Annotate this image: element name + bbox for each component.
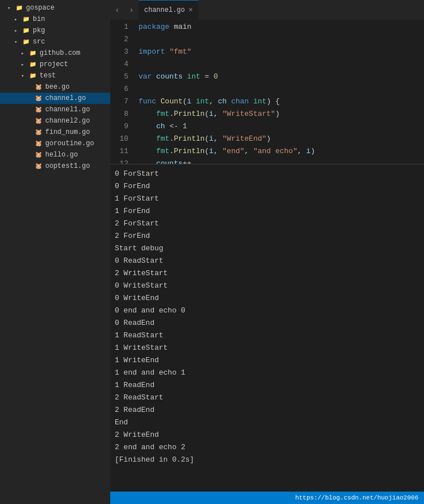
tab-close-button[interactable]: × <box>188 6 193 15</box>
sidebar: ▾📁gospace▸📁bin▸📁pkg▾📁src▸📁github.com▸📁pr… <box>0 0 110 504</box>
code-line <box>139 83 424 95</box>
code-line: var counts int = 0 <box>139 71 424 83</box>
line-number: 1 <box>110 21 128 33</box>
line-number: 10 <box>110 133 128 145</box>
file-icon: 🐹 <box>34 162 43 171</box>
chevron-icon: ▾ <box>18 71 27 80</box>
folder-icon: 📁 <box>21 37 31 46</box>
sidebar-item-label: goroutine.go <box>45 140 94 147</box>
terminal-line: 2 ReadEnd <box>115 404 419 416</box>
terminal-line: 0 ReadEnd <box>115 317 419 329</box>
terminal-output[interactable]: 0 ForStart0 ForEnd1 ForStart1 ForEnd2 Fo… <box>110 164 424 492</box>
sidebar-item-bin[interactable]: ▸📁bin <box>0 14 110 25</box>
sidebar-item-project[interactable]: ▸📁project <box>0 59 110 70</box>
terminal-line: 1 ForStart <box>115 193 419 205</box>
terminal-line: 2 ForEnd <box>115 230 419 242</box>
main-editor-area: ‹ › channel.go × 123456789101112 package… <box>110 0 424 504</box>
sidebar-item-channel.go[interactable]: 🐹channel.go <box>0 93 110 104</box>
sidebar-item-hello.go[interactable]: 🐹hello.go <box>0 149 110 160</box>
sidebar-item-gospace[interactable]: ▾📁gospace <box>0 2 110 14</box>
sidebar-item-github.com[interactable]: ▸📁github.com <box>0 47 110 59</box>
code-line: fmt.Println(i, "WriteEnd") <box>139 133 424 145</box>
chevron-icon: ▸ <box>11 15 20 24</box>
sidebar-item-src[interactable]: ▾📁src <box>0 36 110 47</box>
code-line <box>139 33 424 46</box>
sidebar-item-label: pkg <box>33 27 45 34</box>
sidebar-item-label: project <box>40 60 68 68</box>
tab-prev-button[interactable]: ‹ <box>110 0 124 20</box>
terminal-line: 1 WriteEnd <box>115 354 419 367</box>
terminal-line: 2 WriteStart <box>115 267 419 280</box>
terminal-line: 0 ForStart <box>115 168 419 180</box>
sidebar-item-channel1.go[interactable]: 🐹channel1.go <box>0 104 110 115</box>
line-number: 2 <box>110 33 128 46</box>
terminal-line: 1 ReadStart <box>115 329 419 342</box>
code-line: counts++ <box>139 158 424 164</box>
sidebar-item-label: gospace <box>26 4 54 12</box>
sidebar-item-label: find_num.go <box>45 128 90 136</box>
folder-icon: 📁 <box>21 15 31 24</box>
file-icon: 🐹 <box>34 105 43 114</box>
line-number: 9 <box>110 120 128 133</box>
tab-next-button[interactable]: › <box>124 0 139 20</box>
sidebar-item-label: github.com <box>40 49 80 57</box>
code-line: func Count(i int, ch chan int) { <box>139 95 424 108</box>
line-numbers: 123456789101112 <box>110 20 133 164</box>
terminal-line: 0 ReadStart <box>115 255 419 267</box>
chevron-icon: ▾ <box>11 37 20 46</box>
sidebar-item-label: channel1.go <box>45 106 90 114</box>
sidebar-item-label: hello.go <box>45 151 78 159</box>
code-line: package main <box>139 21 424 33</box>
folder-icon: 📁 <box>15 3 24 12</box>
line-number: 5 <box>110 71 128 83</box>
code-line: fmt.Println(i, "end", "and echo", i) <box>139 145 424 158</box>
file-icon: 🐹 <box>34 82 43 92</box>
sidebar-item-label: test <box>40 72 56 80</box>
terminal-line: 2 WriteEnd <box>115 429 419 441</box>
sidebar-item-pkg[interactable]: ▸📁pkg <box>0 25 110 36</box>
chevron-icon: ▾ <box>5 3 14 12</box>
sidebar-item-bee.go[interactable]: 🐹bee.go <box>0 81 110 93</box>
code-content[interactable]: package mainimport "fmt"var counts int =… <box>133 20 424 164</box>
terminal-line: 2 ReadStart <box>115 392 419 404</box>
code-line: fmt.Println(i, "WriteStart") <box>139 108 424 120</box>
code-editor: 123456789101112 package mainimport "fmt"… <box>110 20 424 164</box>
sidebar-item-label: src <box>33 38 45 46</box>
folder-icon: 📁 <box>21 26 31 35</box>
line-number: 3 <box>110 46 128 58</box>
file-icon: 🐹 <box>34 150 43 159</box>
folder-icon: 📁 <box>28 71 37 80</box>
line-number: 6 <box>110 83 128 95</box>
terminal-line: [Finished in 0.2s] <box>115 454 419 466</box>
terminal-line: 1 ForEnd <box>115 205 419 218</box>
sidebar-item-label: ooptest1.go <box>45 162 90 170</box>
terminal-line: 0 ForEnd <box>115 180 419 193</box>
terminal-line: 0 WriteEnd <box>115 292 419 305</box>
sidebar-item-label: channel.go <box>45 94 86 102</box>
file-icon: 🐹 <box>34 94 43 103</box>
sidebar-item-goroutine.go[interactable]: 🐹goroutine.go <box>0 138 110 149</box>
line-number: 12 <box>110 158 128 164</box>
tab-bar: ‹ › channel.go × <box>110 0 424 20</box>
terminal-line: 2 end and echo 2 <box>115 441 419 454</box>
sidebar-item-ooptest1.go[interactable]: 🐹ooptest1.go <box>0 160 110 172</box>
terminal-line: 1 ReadEnd <box>115 379 419 392</box>
terminal-line: 0 end and echo 0 <box>115 305 419 317</box>
chevron-icon: ▸ <box>18 60 27 69</box>
folder-icon: 📁 <box>28 60 37 69</box>
tab-filename: channel.go <box>144 6 185 14</box>
line-number: 4 <box>110 58 128 71</box>
terminal-line: 0 WriteStart <box>115 280 419 292</box>
terminal-line: 1 end and echo 1 <box>115 367 419 379</box>
sidebar-item-test[interactable]: ▾📁test <box>0 70 110 81</box>
file-icon: 🐹 <box>34 116 43 125</box>
line-number: 11 <box>110 145 128 158</box>
sidebar-item-channel2.go[interactable]: 🐹channel2.go <box>0 115 110 127</box>
folder-icon: 📁 <box>28 49 37 58</box>
status-url: https://blog.csdn.net/huojiao2006 <box>295 494 418 501</box>
tab-channel-go[interactable]: channel.go × <box>139 0 198 20</box>
file-icon: 🐹 <box>34 139 43 148</box>
code-line: import "fmt" <box>139 46 424 58</box>
sidebar-item-find_num.go[interactable]: 🐹find_num.go <box>0 127 110 138</box>
file-icon: 🐹 <box>34 128 43 137</box>
